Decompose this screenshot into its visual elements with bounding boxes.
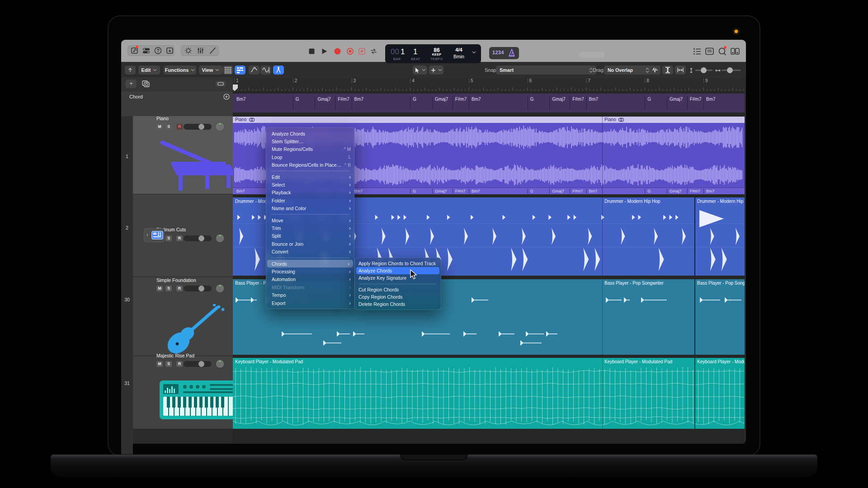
volume-slider[interactable] bbox=[184, 286, 212, 291]
split-tool-icon[interactable] bbox=[273, 66, 284, 75]
horizontal-auto-zoom-button[interactable] bbox=[675, 66, 686, 75]
metronome-button[interactable] bbox=[508, 49, 515, 57]
record-enable-button[interactable]: R bbox=[176, 124, 183, 130]
menu-item-select[interactable]: Select› bbox=[266, 181, 354, 188]
track-header-simple-foundation[interactable]: Simple FoundationMSR bbox=[133, 277, 233, 356]
mute-button[interactable]: M bbox=[156, 124, 163, 130]
menu-item-delete-region-chords[interactable]: Delete Region Chords bbox=[354, 300, 441, 308]
chord-track-chord[interactable]: F#m7 bbox=[687, 96, 702, 110]
menu-functions[interactable]: Functions bbox=[164, 66, 196, 75]
record-enable-button[interactable]: R bbox=[176, 286, 183, 291]
menu-item-playback[interactable]: Playback› bbox=[266, 189, 354, 197]
cycle-button[interactable] bbox=[370, 48, 377, 55]
duplicate-track-button[interactable] bbox=[140, 80, 152, 88]
chord-track-header[interactable]: Chord bbox=[121, 91, 233, 117]
chord-track-chord[interactable]: Bm7 bbox=[586, 96, 599, 110]
quick-help-toggles-icon[interactable] bbox=[142, 47, 150, 55]
solo-button[interactable]: S bbox=[165, 235, 172, 241]
menu-item-automation[interactable]: Automation› bbox=[266, 276, 354, 283]
menu-edit[interactable]: Edit bbox=[138, 66, 160, 75]
record-enable-button[interactable]: R bbox=[176, 235, 183, 241]
volume-slider[interactable] bbox=[184, 124, 212, 130]
keyboard-region[interactable]: Keyboard Player - Modulated PadKeyboard … bbox=[233, 358, 745, 429]
import-icon[interactable] bbox=[166, 47, 174, 55]
grid-view-icon[interactable] bbox=[222, 66, 233, 75]
menu-item-split[interactable]: Split› bbox=[266, 232, 354, 240]
help-icon[interactable]: ? bbox=[154, 47, 162, 55]
volume-slider-knob[interactable] bbox=[198, 124, 204, 130]
smart-controls-icon[interactable] bbox=[184, 47, 192, 55]
chord-track-chord[interactable]: G bbox=[528, 96, 534, 110]
waveform-zoom-button[interactable] bbox=[650, 66, 660, 75]
chord-track-chord[interactable]: G bbox=[410, 96, 416, 110]
volume-slider[interactable] bbox=[184, 361, 212, 367]
mixer-icon[interactable] bbox=[197, 47, 204, 55]
menu-item-trim[interactable]: Trim› bbox=[266, 224, 354, 232]
menu-item-loop[interactable]: LoopL bbox=[266, 153, 354, 161]
menu-item-processing[interactable]: Processing› bbox=[266, 267, 354, 275]
menu-item-chords[interactable]: Chords› bbox=[267, 260, 353, 267]
pointer-tool-menu[interactable] bbox=[413, 66, 427, 75]
menu-item-convert[interactable]: Convert› bbox=[266, 248, 354, 255]
menu-item-edit[interactable]: Edit› bbox=[266, 173, 354, 181]
back-button[interactable] bbox=[125, 66, 136, 75]
record-target-button[interactable] bbox=[346, 47, 354, 55]
lcd-display[interactable]: 0011BARBEAT86KEEPTEMPO4/4Bmin bbox=[385, 44, 481, 63]
header-config-button[interactable] bbox=[215, 80, 226, 87]
solo-button[interactable]: S bbox=[165, 286, 172, 291]
drag-popup[interactable]: No Overlap bbox=[604, 66, 653, 75]
chord-track-chord[interactable]: Bm7 bbox=[469, 96, 481, 110]
chord-track-chord[interactable]: F#m7 bbox=[570, 96, 584, 110]
mute-button[interactable]: M bbox=[156, 361, 163, 367]
instrument-disclosure-box[interactable]: › bbox=[144, 228, 165, 242]
flex-icon[interactable] bbox=[260, 66, 271, 75]
replace-button[interactable] bbox=[359, 48, 365, 55]
play-button[interactable] bbox=[321, 48, 328, 55]
playhead-marker[interactable] bbox=[233, 84, 238, 91]
menu-item-analyze-chords[interactable]: Analyze Chords bbox=[266, 130, 354, 137]
chord-track-lane[interactable]: Bm7GGmaj7F#m7Bm7GGmaj7F#m7Bm7GGmaj7F#m7B… bbox=[233, 94, 745, 113]
menu-item-apply-region-chords-to-chord-track[interactable]: Apply Region Chords to Chord Track bbox=[354, 260, 441, 267]
track-header-platinum-cuts[interactable]: Platinum CutsMSR› bbox=[133, 194, 233, 277]
count-in-button[interactable]: 1234 bbox=[492, 50, 504, 55]
add-chord-button[interactable] bbox=[223, 94, 230, 100]
tracks-view-icon[interactable] bbox=[235, 66, 245, 75]
track-header-majestic-rise-pad[interactable]: Majestic Rise PadMSR bbox=[133, 356, 233, 429]
chord-track-chord[interactable]: Gmaj7 bbox=[667, 96, 683, 110]
menu-view[interactable]: View bbox=[199, 66, 222, 75]
menu-item-copy-region-chords[interactable]: Copy Region Chords bbox=[354, 293, 441, 300]
snap-popup[interactable]: Smart bbox=[496, 66, 596, 75]
vertical-auto-zoom-button[interactable] bbox=[662, 66, 673, 75]
vertical-zoom-thumb[interactable] bbox=[701, 67, 707, 73]
volume-slider-knob[interactable] bbox=[198, 235, 204, 241]
chord-track-chord[interactable]: F#m7 bbox=[453, 96, 467, 110]
menu-item-move[interactable]: Move› bbox=[266, 216, 354, 224]
chord-track-chord[interactable]: Gmaj7 bbox=[432, 96, 448, 110]
horizontal-zoom-thumb[interactable] bbox=[727, 67, 733, 73]
chord-track-chord[interactable]: Gmaj7 bbox=[549, 96, 565, 110]
record-enable-button[interactable]: R bbox=[176, 361, 183, 367]
chord-track-chord[interactable]: Bm7 bbox=[703, 96, 716, 110]
master-volume-slider[interactable] bbox=[579, 52, 605, 58]
media-browser-icon[interactable] bbox=[731, 47, 740, 55]
lcd-chevron-icon[interactable] bbox=[472, 51, 476, 54]
solo-button[interactable]: S bbox=[165, 361, 172, 367]
menu-item-bounce-or-join[interactable]: Bounce or Join› bbox=[266, 240, 354, 248]
solo-button[interactable]: S bbox=[165, 124, 172, 130]
volume-slider[interactable] bbox=[184, 235, 212, 241]
chord-track-chord[interactable]: Bm7 bbox=[352, 96, 364, 110]
chord-track-chord[interactable]: F#m7 bbox=[335, 96, 349, 110]
stop-button[interactable] bbox=[308, 48, 315, 55]
disclosure-chevron-icon[interactable]: › bbox=[146, 232, 148, 237]
chord-track-chord[interactable]: G bbox=[293, 96, 299, 110]
menu-item-bounce-regions-cells-in-place-[interactable]: Bounce Regions/Cells in Place…^ B bbox=[266, 161, 354, 169]
menu-item-tempo[interactable]: Tempo› bbox=[266, 291, 354, 299]
record-button[interactable] bbox=[334, 47, 341, 55]
chord-track-chord[interactable]: Gmaj7 bbox=[315, 96, 330, 110]
menu-item-folder[interactable]: Folder› bbox=[266, 197, 354, 204]
volume-slider-knob[interactable] bbox=[198, 361, 204, 367]
menu-item-name-and-color[interactable]: Name and Color› bbox=[266, 205, 354, 212]
note-pads-icon[interactable] bbox=[705, 47, 714, 55]
automation-icon[interactable] bbox=[249, 66, 259, 75]
add-track-button[interactable]: + bbox=[126, 80, 137, 88]
